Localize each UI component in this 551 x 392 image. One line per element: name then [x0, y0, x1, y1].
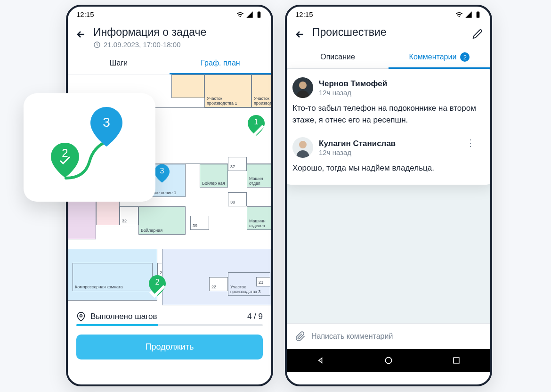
- comments-badge: 2: [460, 52, 470, 62]
- signal-icon: [465, 11, 472, 18]
- comment-time: 12ч назад: [319, 89, 387, 97]
- avatar: [292, 77, 313, 98]
- signal-icon: [246, 11, 253, 18]
- status-icons: [236, 11, 263, 18]
- battery-icon: [474, 11, 482, 18]
- map-pin-3[interactable]: 3: [154, 164, 170, 183]
- nav-recent-icon[interactable]: [452, 356, 461, 365]
- room-32: 32: [120, 206, 138, 225]
- tabs: Описание Комментарии 2: [287, 46, 490, 69]
- steps-label: Выполнено шагов: [90, 312, 243, 321]
- edit-button[interactable]: [472, 29, 483, 41]
- tabs: Шаги Граф. план: [68, 52, 271, 74]
- tab-steps[interactable]: Шаги: [68, 52, 170, 74]
- comment-body: Кто-то забыл телефон на подоконнике на в…: [292, 103, 485, 126]
- map-pin-2[interactable]: 2: [149, 275, 166, 296]
- svg-text:2: 2: [62, 147, 68, 159]
- comment-input[interactable]: Написать комментарий: [311, 332, 482, 341]
- comment-author: Кулагин Станислав: [319, 139, 396, 148]
- avatar: [292, 137, 313, 158]
- room-22: 22: [209, 277, 228, 291]
- room-machine: Машин отдел: [247, 164, 271, 188]
- page-title: Происшествие: [312, 26, 466, 39]
- svg-rect-5: [454, 358, 459, 363]
- tab-plan[interactable]: Граф. план: [170, 52, 271, 74]
- room-38: 38: [228, 192, 247, 206]
- status-icons: [455, 11, 482, 18]
- status-time: 12:15: [295, 10, 313, 18]
- room-machine2: Машинн отделен: [247, 206, 271, 230]
- room-compressor: Компрессорная комната: [73, 263, 153, 291]
- header: Информация о задаче 21.09.2023, 17:00-18…: [68, 20, 271, 52]
- room-37: 37: [228, 157, 247, 171]
- status-bar: 12:15: [68, 7, 271, 20]
- comments-list: Чернов Тимофей 12ч назад Кто-то забыл те…: [287, 69, 490, 323]
- steps-progress-row: Выполнено шагов 4 / 9: [68, 305, 271, 324]
- phone-incident: 12:15 Происшествие Описание Комментарии …: [285, 5, 492, 386]
- wifi-icon: [236, 11, 244, 18]
- svg-point-3: [299, 141, 307, 148]
- room-prod1: Участок производства 1: [204, 74, 251, 107]
- tab-description[interactable]: Описание: [287, 46, 389, 68]
- nav-back-icon[interactable]: [316, 356, 325, 365]
- comment-item: Чернов Тимофей 12ч назад Кто-то забыл те…: [292, 77, 485, 126]
- svg-point-2: [299, 82, 307, 89]
- room-prod2: Участок производс: [251, 74, 271, 107]
- room-23: 23: [256, 277, 270, 286]
- svg-point-4: [385, 357, 391, 363]
- attachment-icon[interactable]: [295, 331, 306, 342]
- svg-text:3: 3: [103, 115, 110, 130]
- nav-home-icon[interactable]: [384, 356, 393, 365]
- progress-bar: [76, 324, 263, 326]
- page-title: Информация о задаче: [93, 26, 264, 39]
- more-button[interactable]: ⋮: [466, 137, 476, 148]
- route-icon-card: 2 3: [24, 93, 155, 202]
- room-boiler2: Бойлерная: [138, 206, 186, 235]
- comment-body: Хорошо, тогда мы надйем владельца.: [292, 163, 485, 174]
- comment-time: 12ч назад: [319, 148, 396, 156]
- status-time: 12:15: [76, 10, 94, 18]
- svg-point-1: [80, 315, 82, 317]
- map-pin-1[interactable]: 1: [248, 115, 265, 136]
- status-bar: 12:15: [287, 7, 490, 20]
- battery-icon: [255, 11, 263, 18]
- tab-comments[interactable]: Комментарии 2: [389, 46, 490, 68]
- wifi-icon: [455, 11, 463, 18]
- android-nav-bar: [287, 349, 490, 372]
- steps-count: 4 / 9: [247, 312, 263, 321]
- page-subtitle: 21.09.2023, 17:00-18:00: [93, 41, 264, 49]
- room-boiler: Бойлер ная: [200, 164, 228, 188]
- clock-icon: [93, 41, 101, 49]
- comment-author: Чернов Тимофей: [319, 79, 387, 89]
- room-39: 39: [190, 216, 209, 230]
- comment-item: ⋮ Кулагин Станислав 12ч назад Хорошо, то…: [292, 137, 485, 174]
- back-button[interactable]: [294, 29, 306, 42]
- location-pin-icon: [76, 312, 86, 321]
- comment-input-row: Написать комментарий: [287, 323, 490, 349]
- back-button[interactable]: [75, 29, 87, 42]
- continue-button[interactable]: Продолжить: [76, 335, 263, 359]
- header: Происшествие: [287, 20, 490, 46]
